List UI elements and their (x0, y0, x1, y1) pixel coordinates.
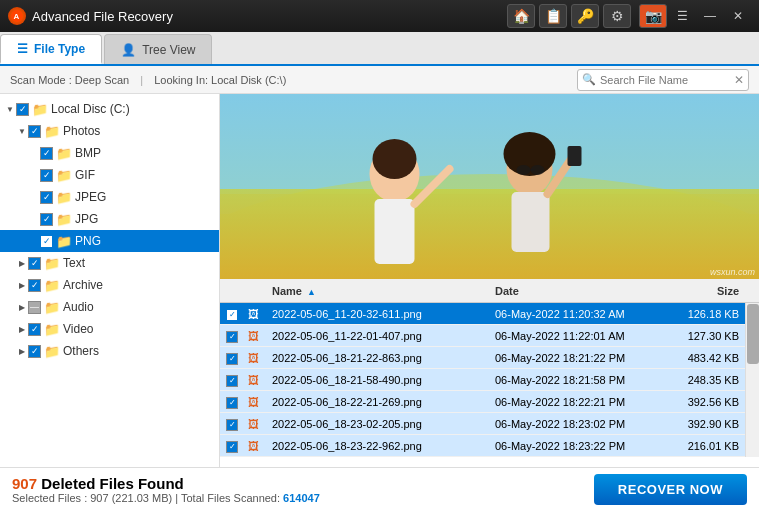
sidebar-item-jpeg[interactable]: ✓ 📁 JPEG (0, 186, 219, 208)
row-check[interactable]: ✓ (220, 438, 248, 453)
folder-icon: 📁 (44, 278, 60, 293)
looking-in-label: Looking In: Local Disk (C:\) (154, 74, 286, 86)
tree-view-tab-icon: 👤 (121, 43, 136, 57)
sidebar-item-archive[interactable]: ▶ ✓ 📁 Archive (0, 274, 219, 296)
menu-icon[interactable]: ☰ (669, 4, 695, 28)
sidebar-item-bmp[interactable]: ✓ 📁 BMP (0, 142, 219, 164)
checkbox-text[interactable]: ✓ (28, 257, 41, 270)
sidebar-item-others[interactable]: ▶ ✓ 📁 Others (0, 340, 219, 362)
row-check[interactable]: ✓ (220, 328, 248, 343)
recover-now-button[interactable]: RECOVER NOW (594, 474, 747, 505)
row-check[interactable]: ✓ (220, 416, 248, 431)
scrollbar-thumb[interactable] (747, 304, 759, 364)
scrollbar[interactable] (745, 303, 759, 457)
checkbox-others[interactable]: ✓ (28, 345, 41, 358)
settings-icon[interactable]: ⚙ (603, 4, 631, 28)
svg-rect-9 (375, 199, 415, 264)
clipboard-icon[interactable]: 📋 (539, 4, 567, 28)
folder-icon: 📁 (56, 190, 72, 205)
file-size: 216.01 KB (660, 440, 745, 452)
home-icon[interactable]: 🏠 (507, 4, 535, 28)
minimize-button[interactable]: — (697, 4, 723, 28)
sidebar-item-video[interactable]: ▶ ✓ 📁 Video (0, 318, 219, 340)
sidebar-item-photos[interactable]: ▼ ✓ 📁 Photos (0, 120, 219, 142)
file-name: 2022-05-06_18-23-02-205.png (268, 418, 495, 430)
row-check[interactable]: ✓ (220, 372, 248, 387)
file-size: 392.90 KB (660, 418, 745, 430)
png-icon: 🖼 (248, 418, 259, 430)
table-row[interactable]: ✓ 🖼 2022-05-06_11-22-01-407.png 06-May-2… (220, 325, 745, 347)
png-icon: 🖼 (248, 352, 259, 364)
file-name: 2022-05-06_11-22-01-407.png (268, 330, 495, 342)
table-row[interactable]: ✓ 🖼 2022-05-06_18-23-02-205.png 06-May-2… (220, 413, 745, 435)
file-size: 392.56 KB (660, 396, 745, 408)
file-checkbox[interactable]: ✓ (226, 375, 238, 387)
table-row[interactable]: ✓ 🖼 2022-05-06_18-21-22-863.png 06-May-2… (220, 347, 745, 369)
sidebar-item-png[interactable]: ✓ 📁 PNG (0, 230, 219, 252)
selected-files-text: Selected Files : 907 (221.03 MB) (12, 492, 172, 504)
file-checkbox[interactable]: ✓ (226, 441, 238, 453)
tab-file-type[interactable]: ☰ File Type (0, 34, 102, 64)
close-button[interactable]: ✕ (725, 4, 751, 28)
checkbox-png[interactable]: ✓ (40, 235, 53, 248)
sidebar-item-local-disc[interactable]: ▼ ✓ 📁 Local Disc (C:) (0, 98, 219, 120)
window-controls: 📷 ☰ — ✕ (639, 4, 751, 28)
date-header-label: Date (495, 285, 519, 297)
sidebar-item-text[interactable]: ▶ ✓ 📁 Text (0, 252, 219, 274)
svg-rect-16 (568, 146, 582, 166)
table-row[interactable]: ✓ 🖼 2022-05-06_18-22-21-269.png 06-May-2… (220, 391, 745, 413)
png-icon: 🖼 (248, 330, 259, 342)
sidebar-item-gif[interactable]: ✓ 📁 GIF (0, 164, 219, 186)
file-table-header: Name ▲ Date Size (220, 279, 759, 303)
header-name[interactable]: Name ▲ (268, 285, 495, 297)
folder-icon: 📁 (56, 234, 72, 249)
tab-tree-view[interactable]: 👤 Tree View (104, 34, 212, 64)
nav-icons: 🏠 📋 🔑 ⚙ (507, 4, 631, 28)
file-type-icon: 🖼 (248, 395, 268, 409)
checkbox-gif[interactable]: ✓ (40, 169, 53, 182)
arrow-icon: ▶ (16, 303, 28, 312)
png-icon: 🖼 (248, 440, 259, 452)
checkbox-archive[interactable]: ✓ (28, 279, 41, 292)
key-icon[interactable]: 🔑 (571, 4, 599, 28)
checkbox-audio[interactable]: — (28, 301, 41, 314)
file-checkbox[interactable]: ✓ (226, 353, 238, 365)
row-check[interactable]: ✓ (220, 306, 248, 321)
folder-icon: 📁 (44, 256, 60, 271)
checkbox-jpg[interactable]: ✓ (40, 213, 53, 226)
file-checkbox[interactable]: ✓ (226, 419, 238, 431)
sidebar-item-label: Photos (63, 124, 100, 138)
checkbox-video[interactable]: ✓ (28, 323, 41, 336)
file-name: 2022-05-06_18-23-22-962.png (268, 440, 495, 452)
search-box[interactable]: 🔍 ✕ (577, 69, 749, 91)
row-check[interactable]: ✓ (220, 394, 248, 409)
file-checkbox[interactable]: ✓ (226, 309, 238, 321)
file-type-icon: 🖼 (248, 439, 268, 453)
status-bar: 907 Deleted Files Found Selected Files :… (0, 467, 759, 511)
camera-icon[interactable]: 📷 (639, 4, 667, 28)
folder-icon: 📁 (56, 168, 72, 183)
checkbox-jpeg[interactable]: ✓ (40, 191, 53, 204)
table-row[interactable]: ✓ 🖼 2022-05-06_11-20-32-611.png 06-May-2… (220, 303, 745, 325)
content-area: wsxun.com Name ▲ Date Size (220, 94, 759, 467)
table-row[interactable]: ✓ 🖼 2022-05-06_18-21-58-490.png 06-May-2… (220, 369, 745, 391)
checkbox-local-disc[interactable]: ✓ (16, 103, 29, 116)
search-input[interactable] (600, 74, 730, 86)
header-size[interactable]: Size (660, 285, 745, 297)
file-date: 06-May-2022 18:21:22 PM (495, 352, 660, 364)
file-date: 06-May-2022 18:21:58 PM (495, 374, 660, 386)
file-checkbox[interactable]: ✓ (226, 331, 238, 343)
file-size: 483.42 KB (660, 352, 745, 364)
sidebar-item-audio[interactable]: ▶ — 📁 Audio (0, 296, 219, 318)
checkbox-bmp[interactable]: ✓ (40, 147, 53, 160)
search-clear-button[interactable]: ✕ (734, 73, 744, 87)
row-check[interactable]: ✓ (220, 350, 248, 365)
folder-icon: 📁 (56, 212, 72, 227)
table-row[interactable]: ✓ 🖼 2022-05-06_18-23-22-962.png 06-May-2… (220, 435, 745, 457)
file-table: Name ▲ Date Size ✓ (220, 279, 759, 467)
header-date[interactable]: Date (495, 285, 660, 297)
sidebar-item-jpg[interactable]: ✓ 📁 JPG (0, 208, 219, 230)
checkbox-photos[interactable]: ✓ (28, 125, 41, 138)
sidebar-item-label: Video (63, 322, 93, 336)
file-checkbox[interactable]: ✓ (226, 397, 238, 409)
